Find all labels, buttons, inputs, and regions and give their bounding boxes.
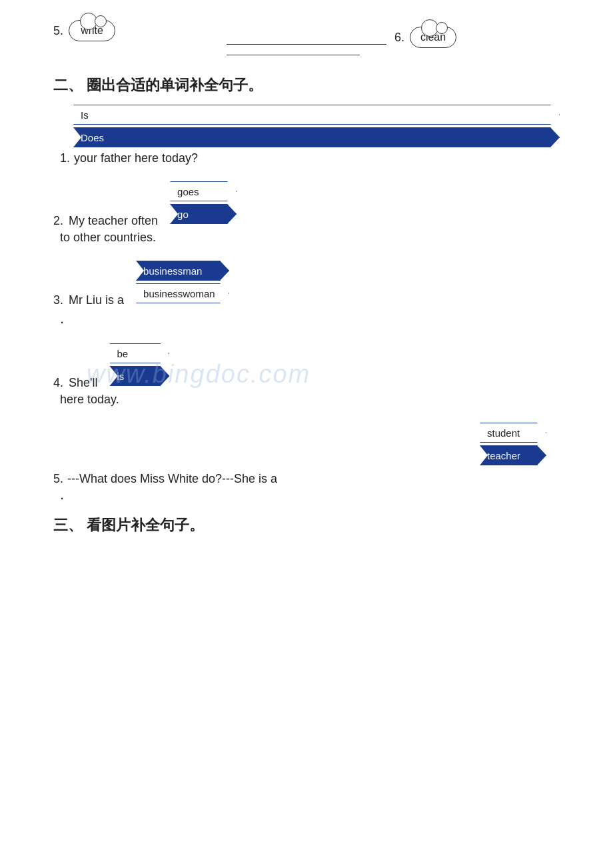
q3-prefix: Mr Liu is a xyxy=(69,293,124,307)
q1-choices: Is Does xyxy=(73,105,560,147)
q2-prefix: My teacher often xyxy=(69,214,158,228)
q2-choice-go[interactable]: go xyxy=(170,204,237,224)
question-2: 2. My teacher often goes go to other cou… xyxy=(53,177,560,245)
item6-number: 6. xyxy=(394,31,404,45)
q4-choices: be is xyxy=(109,343,169,386)
q1-choice-does[interactable]: Does xyxy=(73,127,560,147)
q4-number: 4. xyxy=(53,376,63,390)
page: 5. write 6. clean 二、 圈出合适的单词补全句子。 Is xyxy=(0,0,613,571)
q4-choice-be[interactable]: be xyxy=(109,343,169,363)
q4-choice-is[interactable]: is xyxy=(109,366,169,386)
q4-suffix: here today. xyxy=(60,393,560,407)
question-4: 4. She'll be is here today. xyxy=(53,339,560,407)
item5-number: 5. xyxy=(53,24,63,38)
q3-choice-businesswoman[interactable]: businesswoman xyxy=(136,283,229,303)
q5-prefix: ---What does Miss White do?---She is a xyxy=(67,472,277,486)
question-1: Is Does 1. your father here today? xyxy=(60,105,560,165)
q3-suffix: . xyxy=(60,310,560,327)
cloud-clean-text: clean xyxy=(420,31,446,43)
item6-underline xyxy=(227,55,360,55)
q5-choice-teacher[interactable]: teacher xyxy=(480,445,546,465)
q1-sentence: your father here today? xyxy=(74,151,198,165)
q5-choices: student teacher xyxy=(480,423,546,465)
top-section: 5. write 6. clean xyxy=(53,20,560,55)
q4-prefix: She'll xyxy=(69,376,97,390)
q5-text-row: 5. ---What does Miss White do?---She is … xyxy=(53,472,560,486)
q3-choice-businessman[interactable]: businessman xyxy=(136,261,229,281)
q3-choices: businessman businesswoman xyxy=(136,261,229,303)
q2-suffix: to other countries. xyxy=(60,231,560,245)
q3-number: 3. xyxy=(53,293,63,307)
q2-choice-goes[interactable]: goes xyxy=(170,181,237,201)
q1-choice-is[interactable]: Is xyxy=(73,105,560,125)
cloud-write-text: write xyxy=(81,25,103,37)
section2-title: 二、 圈出合适的单词补全句子。 xyxy=(53,75,560,95)
q2-number: 2. xyxy=(53,214,63,228)
q5-suffix: . xyxy=(60,486,560,503)
q5-number: 5. xyxy=(53,472,63,486)
q1-number: 1. xyxy=(60,151,70,165)
item6-blank xyxy=(227,30,386,45)
item-6-block: 6. clean xyxy=(227,27,560,55)
q5-choice-student[interactable]: student xyxy=(480,423,546,443)
q2-choices: goes go xyxy=(170,181,237,224)
q1-text-row: 1. your father here today? xyxy=(60,151,560,165)
question-3: 3. Mr Liu is a businessman businesswoman… xyxy=(53,257,560,327)
section3-title: 三、 看图片补全句子。 xyxy=(53,515,560,535)
cloud-write: write xyxy=(69,20,115,41)
question-5: student teacher 5. ---What does Miss Whi… xyxy=(53,419,560,503)
cloud-clean: clean xyxy=(410,27,456,48)
